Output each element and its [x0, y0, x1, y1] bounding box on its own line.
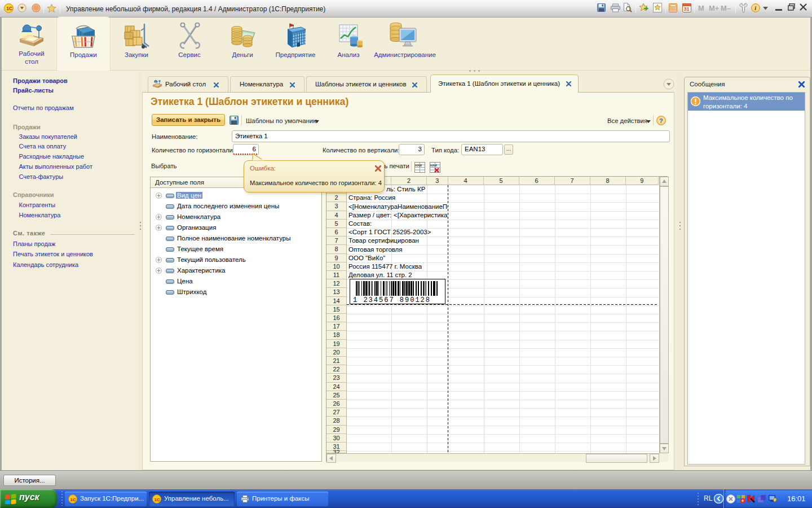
svg-text:1С: 1С [6, 6, 12, 11]
svg-text:1 234567 890128: 1 234567 890128 [353, 296, 431, 304]
svg-text:1С: 1С [70, 497, 76, 502]
svg-text:1С: 1С [155, 497, 160, 502]
svg-text:i: i [754, 5, 756, 11]
svg-text:НАИ: НАИ [415, 164, 422, 167]
svg-text:31: 31 [684, 6, 690, 12]
svg-text:НАИ: НАИ [430, 164, 437, 167]
svg-text:?: ? [659, 117, 663, 124]
